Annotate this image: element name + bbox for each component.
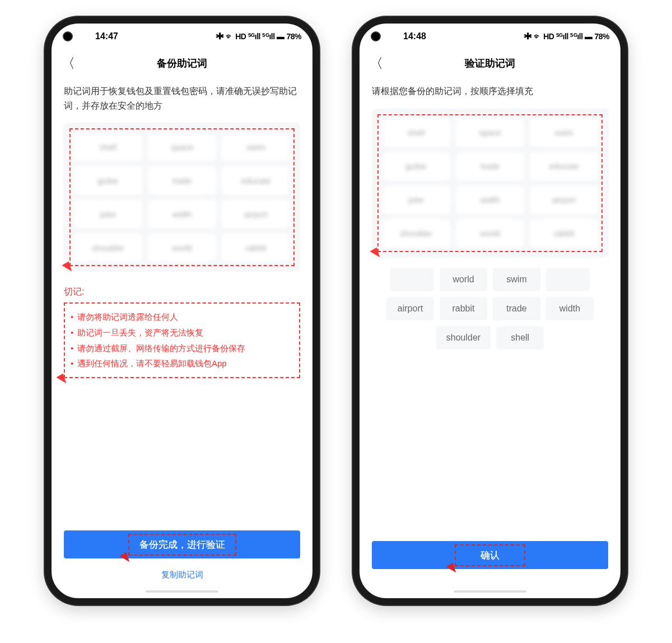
nav-bar: 〈 备份助记词 (52, 49, 312, 77)
status-icons: ✱ ᯤ HD ⁵ᴳıll ⁵ᴳıll ▬ 78% (216, 32, 301, 41)
mnemonic-word-7: joke (74, 200, 142, 228)
page-title: 验证助记词 (465, 57, 515, 70)
backup-complete-button[interactable]: 备份完成，进行验证 备份完成，进行验证 (64, 530, 300, 558)
mnemonic-word-1[interactable]: shell (382, 119, 450, 147)
word-choice-swim[interactable]: swim (493, 268, 540, 291)
warning-title: 切记: (64, 286, 300, 298)
mnemonic-word-4: guitar (74, 166, 142, 194)
back-button[interactable]: 〈 (62, 54, 78, 72)
mnemonic-word-8[interactable]: width (456, 186, 524, 214)
status-icons: ✱ ᯤ HD ⁵ᴳıll ⁵ᴳıll ▬ 78% (524, 32, 609, 41)
mnemonic-word-8: width (148, 200, 216, 228)
mnemonic-word-10: shoulder (74, 234, 142, 262)
warning-box: 请勿将助记词透露给任何人助记词一旦丢失，资产将无法恢复请勿通过截屏、网络传输的方… (64, 302, 300, 378)
warning-item: 请勿将助记词透露给任何人 (69, 309, 295, 325)
mnemonic-word-10[interactable]: shoulder (382, 220, 450, 248)
confirm-button[interactable]: 确认 确认 (372, 541, 608, 569)
mnemonic-panel: shellspaceswimguitartradeeducatejokewidt… (64, 123, 300, 272)
status-bar: 14:47 ✱ ᯤ HD ⁵ᴳıll ⁵ᴳıll ▬ 78% (52, 24, 312, 49)
warning-item: 助记词一旦丢失，资产将无法恢复 (69, 325, 295, 341)
mnemonic-word-5: trade (148, 166, 216, 194)
word-choice-empty[interactable] (546, 268, 590, 291)
word-choice-shell[interactable]: shell (496, 326, 544, 350)
status-time: 14:48 (403, 31, 426, 41)
mnemonic-word-2: space (148, 133, 216, 161)
page-title: 备份助记词 (157, 57, 207, 70)
mnemonic-word-5[interactable]: trade (456, 152, 524, 180)
mnemonic-word-3[interactable]: swim (530, 119, 598, 147)
description-text: 请根据您备份的助记词，按顺序选择填充 (372, 84, 608, 99)
mnemonic-word-9[interactable]: airport (530, 186, 598, 214)
mnemonic-word-6: educate (222, 166, 290, 194)
mnemonic-word-12: rabbit (222, 234, 290, 262)
word-choice-rabbit[interactable]: rabbit (440, 297, 487, 320)
word-choice-width[interactable]: width (546, 297, 594, 320)
word-choice-airport[interactable]: airport (386, 297, 434, 320)
mnemonic-word-2[interactable]: space (456, 119, 524, 147)
camera-cutout (63, 31, 73, 41)
word-choice-empty[interactable] (390, 268, 434, 291)
mnemonic-word-4[interactable]: guitar (382, 152, 450, 180)
description-text: 助记词用于恢复钱包及重置钱包密码，请准确无误抄写助记词，并存放在安全的地方 (64, 84, 300, 113)
copy-mnemonic-link[interactable]: 复制助记词 (64, 566, 300, 591)
word-choice-shoulder[interactable]: shoulder (436, 326, 491, 350)
mnemonic-word-1: shell (74, 133, 142, 161)
phone-backup-mnemonic: 14:47 ✱ ᯤ HD ⁵ᴳıll ⁵ᴳıll ▬ 78% 〈 备份助记词 助… (45, 17, 319, 605)
mnemonic-word-6[interactable]: educate (530, 152, 598, 180)
camera-cutout (371, 31, 381, 41)
mnemonic-word-11[interactable]: world (456, 220, 524, 248)
mnemonic-word-7[interactable]: joke (382, 186, 450, 214)
nav-bar: 〈 验证助记词 (360, 49, 620, 77)
mnemonic-word-9: airport (222, 200, 290, 228)
warning-item: 遇到任何情况，请不要轻易卸载钱包App (69, 356, 295, 371)
phone-verify-mnemonic: 14:48 ✱ ᯤ HD ⁵ᴳıll ⁵ᴳıll ▬ 78% 〈 验证助记词 请… (353, 17, 627, 605)
warning-item: 请勿通过截屏、网络传输的方式进行备份保存 (69, 341, 295, 356)
word-choice-world[interactable]: world (440, 268, 487, 291)
mnemonic-word-12[interactable]: rabbit (530, 220, 598, 248)
mnemonic-selected-panel: shellspaceswimguitartradeeducatejokewidt… (372, 109, 608, 258)
mnemonic-word-11: world (148, 234, 216, 262)
status-time: 14:47 (95, 31, 118, 41)
back-button[interactable]: 〈 (370, 54, 386, 72)
word-choice-trade[interactable]: trade (493, 297, 540, 320)
status-bar: 14:48 ✱ ᯤ HD ⁵ᴳıll ⁵ᴳıll ▬ 78% (360, 24, 620, 49)
word-choice-pool: worldswim airportrabbittradewidth should… (372, 268, 608, 350)
mnemonic-word-3: swim (222, 133, 290, 161)
